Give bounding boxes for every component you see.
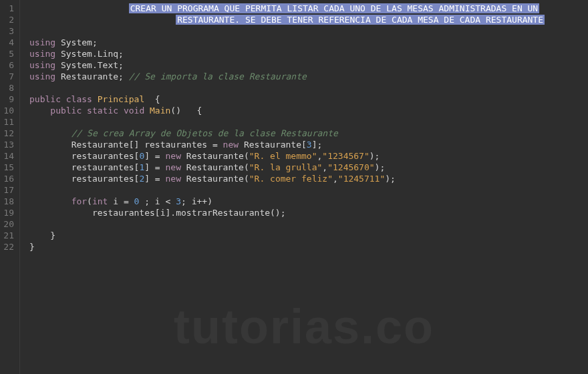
code-line[interactable]: using System; bbox=[29, 37, 588, 48]
code-line[interactable] bbox=[29, 116, 588, 128]
class-name: Principal bbox=[98, 94, 144, 104]
line-number: 18 bbox=[3, 196, 14, 207]
line-number: 10 bbox=[3, 105, 14, 116]
code-line[interactable]: restaurantes[0] = new Restaurante("R. el… bbox=[29, 150, 588, 162]
line-number: 13 bbox=[3, 139, 14, 150]
code-line[interactable]: using Restaurante; // Se importa la clas… bbox=[29, 71, 588, 82]
line-number: 21 bbox=[3, 230, 14, 241]
line-number: 15 bbox=[3, 162, 14, 173]
code-line[interactable]: restaurantes[i].mostrarRestaurante(); bbox=[29, 207, 588, 218]
namespace: System.Linq; bbox=[61, 49, 124, 59]
code-text: ] = bbox=[144, 151, 165, 161]
code-text: Restaurante( bbox=[181, 151, 249, 161]
code-text: restaurantes[ bbox=[71, 151, 140, 161]
comment: // Se importa la clase Restaurante bbox=[129, 71, 307, 81]
code-content[interactable]: CREAR UN PROGRAMA QUE PERMITA LISTAR CAD… bbox=[20, 0, 588, 374]
code-text: ] = bbox=[144, 174, 165, 184]
code-text: restaurantes[i].mostrarRestaurante(); bbox=[92, 208, 286, 218]
brace-close: } bbox=[29, 242, 35, 252]
code-line[interactable]: // Se crea Array de Objetos de la clase … bbox=[29, 128, 588, 139]
brace-close: } bbox=[50, 230, 55, 240]
line-number: 22 bbox=[3, 241, 14, 252]
code-line[interactable]: restaurantes[1] = new Restaurante("R. la… bbox=[29, 162, 588, 173]
namespace: Restaurante; bbox=[61, 71, 124, 81]
code-text: ); bbox=[370, 151, 380, 161]
code-editor[interactable]: 1 2 3 4 5 6 7 8 9 10 11 12 13 14 15 16 1… bbox=[0, 0, 588, 374]
line-number: 2 bbox=[3, 14, 14, 25]
code-line[interactable]: } bbox=[29, 230, 588, 241]
code-line[interactable]: public class Principal { bbox=[29, 94, 588, 105]
code-line[interactable]: using System.Text; bbox=[29, 59, 588, 71]
line-number: 7 bbox=[3, 71, 14, 82]
keyword-new: new bbox=[166, 174, 181, 184]
code-text: ); bbox=[375, 162, 386, 172]
code-text: Restaurante[ bbox=[239, 140, 307, 150]
namespace: System; bbox=[61, 37, 98, 47]
keyword-using: using bbox=[29, 49, 55, 59]
comment: // Se crea Array de Objetos de la clase … bbox=[71, 128, 338, 138]
code-line[interactable]: using System.Linq; bbox=[29, 48, 588, 59]
line-number: 1 bbox=[3, 3, 14, 14]
code-line[interactable]: RESTAURANTE. SE DEBE TENER REFERENCIA DE… bbox=[29, 14, 588, 25]
line-number-gutter: 1 2 3 4 5 6 7 8 9 10 11 12 13 14 15 16 1… bbox=[0, 0, 20, 374]
code-text: ]; bbox=[312, 140, 323, 150]
code-line[interactable] bbox=[29, 82, 588, 94]
paren: ( bbox=[87, 196, 92, 206]
number-literal: 3 bbox=[307, 140, 312, 150]
line-number: 20 bbox=[3, 218, 14, 230]
line-number: 9 bbox=[3, 94, 14, 105]
code-line[interactable]: restaurantes[2] = new Restaurante("R. co… bbox=[29, 173, 588, 184]
code-line[interactable] bbox=[29, 218, 588, 230]
string-literal: "R. la grulla" bbox=[249, 162, 323, 172]
line-number: 19 bbox=[3, 207, 14, 218]
keyword-static: static bbox=[87, 106, 118, 116]
code-text: ; i < bbox=[139, 196, 176, 206]
string-literal: "R. comer feliz" bbox=[249, 174, 333, 184]
code-text: restaurantes[ bbox=[71, 162, 140, 172]
method-name: Main bbox=[150, 106, 170, 116]
keyword-public: public bbox=[29, 94, 61, 104]
code-text: ; i++) bbox=[181, 196, 212, 206]
line-number: 8 bbox=[3, 82, 14, 94]
code-line[interactable]: public static void Main() { bbox=[29, 105, 588, 116]
comma: , bbox=[322, 162, 327, 172]
keyword-public: public bbox=[50, 106, 82, 116]
code-line[interactable]: CREAR UN PROGRAMA QUE PERMITA LISTAR CAD… bbox=[29, 3, 588, 14]
line-number: 3 bbox=[3, 25, 14, 37]
line-number: 5 bbox=[3, 48, 14, 59]
keyword-using: using bbox=[29, 37, 55, 47]
code-text: Restaurante( bbox=[181, 174, 249, 184]
code-text: Restaurante[] restaurantes = bbox=[71, 140, 223, 150]
code-line[interactable]: Restaurante[] restaurantes = new Restaur… bbox=[29, 139, 588, 150]
line-number: 17 bbox=[3, 184, 14, 196]
code-text: ); bbox=[385, 174, 396, 184]
keyword-class: class bbox=[66, 94, 92, 104]
code-text: Restaurante( bbox=[181, 162, 249, 172]
keyword-void: void bbox=[124, 106, 144, 116]
keyword-new: new bbox=[223, 140, 239, 150]
namespace: System.Text; bbox=[61, 60, 124, 70]
code-text: restaurantes[ bbox=[71, 174, 140, 184]
comma: , bbox=[333, 174, 338, 184]
keyword-for: for bbox=[71, 196, 87, 206]
line-number: 16 bbox=[3, 173, 14, 184]
brace: { bbox=[144, 94, 160, 104]
code-line[interactable] bbox=[29, 184, 588, 196]
method-tail: () { bbox=[170, 106, 202, 116]
watermark-text: tutorias.co bbox=[174, 299, 434, 354]
keyword-new: new bbox=[166, 162, 181, 172]
keyword-new: new bbox=[166, 151, 181, 161]
selected-text[interactable]: CREAR UN PROGRAMA QUE PERMITA LISTAR CAD… bbox=[129, 3, 539, 13]
line-number: 4 bbox=[3, 37, 14, 48]
selected-text[interactable]: RESTAURANTE. SE DEBE TENER REFERENCIA DE… bbox=[176, 15, 545, 25]
keyword-using: using bbox=[29, 60, 55, 70]
code-line[interactable] bbox=[29, 25, 588, 37]
string-literal: "1245711" bbox=[338, 174, 385, 184]
string-literal: "1234567" bbox=[322, 151, 369, 161]
keyword-int: int bbox=[92, 196, 108, 206]
number-literal: 3 bbox=[176, 196, 181, 206]
code-text: i = bbox=[108, 196, 134, 206]
line-number: 12 bbox=[3, 128, 14, 139]
code-line[interactable]: for(int i = 0 ; i < 3; i++) bbox=[29, 196, 588, 207]
code-line[interactable]: } bbox=[29, 241, 588, 252]
